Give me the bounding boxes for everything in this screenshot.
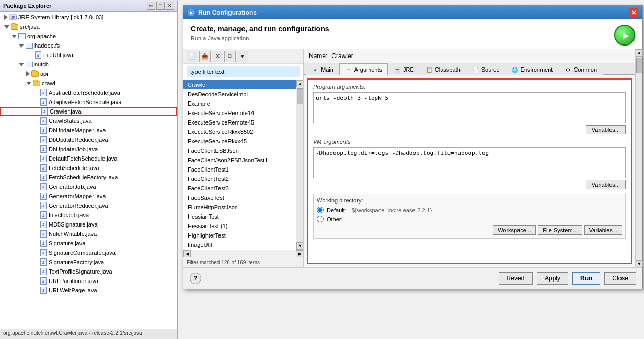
tree-item-defaultfetch[interactable]: J DefaultFetchSchedule.java <box>0 154 177 163</box>
list-scrollbar[interactable]: ▲ ▼ <box>296 80 303 250</box>
revert-btn[interactable]: Revert <box>499 272 533 285</box>
tree-item-srcjava[interactable]: src/java <box>0 22 177 31</box>
list-item-facetest2[interactable]: FaceClientTest2 <box>183 174 296 184</box>
expand-srcjava-icon[interactable] <box>4 25 9 29</box>
filter-input[interactable] <box>187 66 300 77</box>
list-hscrollbar-right[interactable]: ▶ <box>296 250 303 257</box>
maximize-panel-btn[interactable]: □ <box>156 2 165 10</box>
tree-item-generatormapper[interactable]: J GeneratorMapper.java <box>0 191 177 201</box>
tree-item-fileutil[interactable]: J FileUtil.java <box>0 50 177 60</box>
workspace-btn[interactable]: Workspace... <box>493 225 536 235</box>
list-item-executerkxx45[interactable]: ExecuteServiceRkxx45 <box>183 137 296 146</box>
apply-btn[interactable]: Apply <box>537 272 568 285</box>
tab-common[interactable]: ⚙ Common <box>558 63 603 75</box>
tree-item-dbupdaterjob[interactable]: J DbUpdaterJob.java <box>0 144 177 154</box>
tree-item-jre[interactable]: JRE JRE System Library [jdk1.7.0_03] <box>0 13 177 22</box>
new-config-btn[interactable]: 📄 <box>187 51 198 62</box>
variables-btn-2[interactable]: Variables... <box>586 180 626 189</box>
default-radio[interactable] <box>317 207 324 213</box>
tree-item-signature[interactable]: J Signature.java <box>0 239 177 248</box>
expand-orgapache-icon[interactable] <box>12 35 17 38</box>
tree-item-generatorjob[interactable]: J GeneratorJob.java <box>0 182 177 191</box>
variables-btn-1[interactable]: Variables... <box>586 125 626 134</box>
tree-item-crawlerjava[interactable]: J Crawler.java <box>0 107 177 116</box>
tree-item-orgapache[interactable]: org.apache <box>0 31 177 41</box>
expand-hadoopfs-icon[interactable] <box>19 44 24 48</box>
list-item-hessian[interactable]: HessianTest <box>183 212 296 221</box>
tree-item-sigcomparator[interactable]: J SignatureComparator.java <box>0 248 177 257</box>
list-item-flumehttp[interactable]: FlumeHttpPostJson <box>183 202 296 212</box>
list-item-highlighter[interactable]: HighlighterTest <box>183 231 296 240</box>
run-play-button[interactable] <box>614 25 635 46</box>
list-hscrollbar-left[interactable]: ◀ <box>183 250 191 257</box>
help-btn[interactable]: ? <box>190 273 201 284</box>
duplicate-btn[interactable]: ⧉ <box>224 51 236 62</box>
tree-item-api[interactable]: api <box>0 69 177 78</box>
tree-item-fetchschedule[interactable]: J FetchSchedule.java <box>0 163 177 173</box>
list-item-facejson2esb[interactable]: FaceClientJson2ESBJsonTest1 <box>183 155 296 165</box>
tree-item-hadoopfs[interactable]: hadoop.fs <box>0 41 177 50</box>
tree-item-dbupdatemapper[interactable]: J DbUpdateMapper.java <box>0 126 177 135</box>
tree-item-abstractfetch[interactable]: J AbstractFetchSchedule.java <box>0 88 177 97</box>
tree-item-adaptivefetch[interactable]: J AdaptiveFetchSchedule.java <box>0 97 177 107</box>
list-item-facetest3[interactable]: FaceClientTest3 <box>183 184 296 193</box>
config-scrollbar-up[interactable]: ▲ <box>636 49 643 56</box>
expand-jre-icon[interactable] <box>4 15 8 20</box>
list-item-imageutil[interactable]: ImageUtil <box>183 240 296 250</box>
tree-item-fetchschedulefactory[interactable]: J FetchScheduleFactory.java <box>0 173 177 182</box>
tree-item-injectorjob[interactable]: J InjectorJob.java <box>0 210 177 220</box>
list-item-example[interactable]: Example <box>183 99 296 108</box>
config-scrollbar[interactable]: ▲ ▼ <box>635 49 642 267</box>
java-generatormapper-icon: J <box>39 192 48 200</box>
tree-item-dbupdatereducer[interactable]: J DbUpdateReducer.java <box>0 135 177 144</box>
close-dialog-footer-btn[interactable]: Close <box>604 272 636 285</box>
tab-source[interactable]: 📄 Source <box>466 63 505 75</box>
list-hscrollbar[interactable]: ◀ ▶ <box>183 250 303 257</box>
vm-args-textarea[interactable]: -Dhadoop.log.dir=logs -Dhadoop.log.file=… <box>313 147 626 178</box>
list-scrollbar-up[interactable]: ▲ <box>296 80 303 87</box>
tab-main[interactable]: ● Main <box>306 63 339 75</box>
list-item-facetest1[interactable]: FaceClientTest1 <box>183 165 296 174</box>
other-radio[interactable] <box>317 216 324 222</box>
close-dialog-btn[interactable]: ✕ <box>629 8 638 17</box>
tree-item-generatorreducer[interactable]: J GeneratorReducer.java <box>0 201 177 210</box>
list-item-executeremote14[interactable]: ExecuteServiceRemote14 <box>183 108 296 118</box>
tree-item-md5sig[interactable]: J MD5Signature.java <box>0 220 177 229</box>
tab-classpath[interactable]: 📋 Classpath <box>420 63 466 75</box>
tree-item-crawl[interactable]: crawl <box>0 78 177 88</box>
tree-item-urlwebpage[interactable]: J URLWebPage.java <box>0 286 177 295</box>
tab-environment[interactable]: 🌐 Environment <box>505 63 559 75</box>
tree-item-textprofile[interactable]: J TextProfileSignature.java <box>0 267 177 276</box>
run-btn[interactable]: Run <box>572 272 600 285</box>
more-btn[interactable]: ▾ <box>237 51 248 62</box>
tree-item-nutch[interactable]: nutch <box>0 60 177 69</box>
expand-crawl-icon[interactable] <box>26 82 31 85</box>
list-item-desdecodesvcimpl[interactable]: DesDecodeServiceImpl <box>183 89 296 99</box>
list-scrollbar-down[interactable]: ▼ <box>296 242 303 250</box>
filesystem-btn[interactable]: File System... <box>538 225 582 235</box>
list-item-crawler[interactable]: Crawler <box>183 80 296 89</box>
tab-jre[interactable]: ☕ JRE <box>388 63 420 75</box>
tree-item-sigfactory[interactable]: J SignatureFactory.java <box>0 257 177 267</box>
config-scrollbar-thumb[interactable] <box>636 58 642 73</box>
delete-btn[interactable]: ✕ <box>212 51 223 62</box>
config-scrollbar-down[interactable]: ▼ <box>636 260 643 267</box>
tree-item-urlpartitioner[interactable]: J URLPartitioner.java <box>0 276 177 286</box>
program-args-textarea[interactable]: urls -depth 3 -topN 5 <box>313 92 626 123</box>
list-item-faceesbjson[interactable]: FaceClientESBJson <box>183 146 296 155</box>
list-item-executerkxx3502[interactable]: ExecuteServiceRkxx3502 <box>183 127 296 137</box>
expand-api-icon[interactable] <box>26 71 30 76</box>
export-btn[interactable]: 📤 <box>199 51 211 62</box>
tree-item-crawlstatus[interactable]: J CrawlStatus.java <box>0 116 177 126</box>
java-abstractfetch-icon: J <box>39 88 48 97</box>
list-item-hessian1[interactable]: HessianTest (1) <box>183 221 296 231</box>
list-item-executeremote45[interactable]: ExecuteServiceRemote45 <box>183 118 296 127</box>
list-item-facesave[interactable]: FaceSaveTest <box>183 193 296 202</box>
tree-item-nutchwritable[interactable]: J NutchWritable.java <box>0 229 177 239</box>
expand-nutch-icon[interactable] <box>19 63 24 66</box>
list-scrollbar-thumb[interactable] <box>297 88 303 104</box>
minimize-panel-btn[interactable]: ▭ <box>147 2 155 10</box>
close-panel-btn[interactable]: ✕ <box>166 2 174 10</box>
variables-btn-workdir[interactable]: Variables... <box>584 225 622 235</box>
tab-arguments[interactable]: ≡ Arguments <box>339 63 388 75</box>
